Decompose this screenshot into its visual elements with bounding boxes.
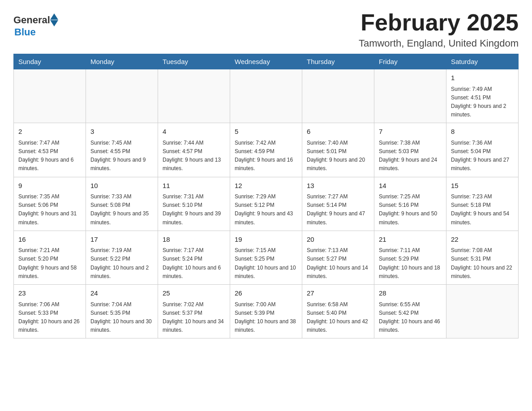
day-number: 9 bbox=[18, 181, 81, 191]
calendar-cell: 25Sunrise: 7:02 AM Sunset: 5:37 PM Dayli… bbox=[158, 285, 230, 338]
day-info: Sunrise: 7:31 AM Sunset: 5:10 PM Dayligh… bbox=[163, 193, 225, 227]
day-info: Sunrise: 7:00 AM Sunset: 5:39 PM Dayligh… bbox=[235, 300, 297, 335]
day-of-week-header: Friday bbox=[374, 54, 446, 69]
day-number: 12 bbox=[235, 181, 297, 191]
day-info: Sunrise: 7:17 AM Sunset: 5:24 PM Dayligh… bbox=[163, 246, 225, 281]
day-info: Sunrise: 7:11 AM Sunset: 5:29 PM Dayligh… bbox=[379, 246, 442, 281]
calendar-cell: 10Sunrise: 7:33 AM Sunset: 5:08 PM Dayli… bbox=[86, 177, 158, 231]
day-info: Sunrise: 7:23 AM Sunset: 5:18 PM Dayligh… bbox=[451, 193, 514, 227]
day-number: 14 bbox=[379, 181, 442, 191]
calendar-cell: 12Sunrise: 7:29 AM Sunset: 5:12 PM Dayli… bbox=[230, 177, 302, 231]
calendar-title: February 2025 bbox=[359, 9, 519, 36]
day-info: Sunrise: 7:25 AM Sunset: 5:16 PM Dayligh… bbox=[379, 193, 442, 227]
calendar-subtitle: Tamworth, England, United Kingdom bbox=[359, 38, 519, 49]
day-number: 26 bbox=[235, 288, 297, 299]
logo: General Blue bbox=[13, 13, 59, 38]
day-info: Sunrise: 7:38 AM Sunset: 5:03 PM Dayligh… bbox=[379, 139, 442, 173]
calendar-cell bbox=[446, 285, 519, 338]
page-header: General Blue February 2025 Tamworth, Eng… bbox=[13, 9, 519, 49]
calendar-cell bbox=[14, 69, 86, 123]
day-info: Sunrise: 7:08 AM Sunset: 5:31 PM Dayligh… bbox=[451, 246, 514, 281]
day-number: 25 bbox=[163, 288, 225, 299]
day-info: Sunrise: 7:06 AM Sunset: 5:33 PM Dayligh… bbox=[18, 300, 81, 335]
day-number: 16 bbox=[18, 235, 81, 245]
calendar-cell: 2Sunrise: 7:47 AM Sunset: 4:53 PM Daylig… bbox=[14, 123, 86, 177]
day-number: 20 bbox=[307, 235, 369, 245]
day-of-week-header: Sunday bbox=[14, 54, 86, 69]
day-number: 4 bbox=[163, 127, 225, 137]
calendar-cell: 1Sunrise: 7:49 AM Sunset: 4:51 PM Daylig… bbox=[446, 69, 519, 123]
day-of-week-header: Saturday bbox=[446, 54, 519, 69]
day-of-week-header: Wednesday bbox=[230, 54, 302, 69]
day-number: 27 bbox=[307, 288, 369, 299]
calendar-cell: 27Sunrise: 6:58 AM Sunset: 5:40 PM Dayli… bbox=[302, 285, 374, 338]
day-number: 2 bbox=[18, 127, 81, 137]
calendar-cell: 14Sunrise: 7:25 AM Sunset: 5:16 PM Dayli… bbox=[374, 177, 446, 231]
calendar-week-row: 9Sunrise: 7:35 AM Sunset: 5:06 PM Daylig… bbox=[14, 177, 519, 231]
day-number: 10 bbox=[90, 181, 153, 191]
day-info: Sunrise: 7:44 AM Sunset: 4:57 PM Dayligh… bbox=[163, 139, 225, 173]
calendar-cell: 8Sunrise: 7:36 AM Sunset: 5:04 PM Daylig… bbox=[446, 123, 519, 177]
calendar-header-row: SundayMondayTuesdayWednesdayThursdayFrid… bbox=[14, 54, 519, 69]
day-info: Sunrise: 7:19 AM Sunset: 5:22 PM Dayligh… bbox=[90, 246, 153, 281]
calendar-cell: 3Sunrise: 7:45 AM Sunset: 4:55 PM Daylig… bbox=[86, 123, 158, 177]
calendar-cell bbox=[302, 69, 374, 123]
day-info: Sunrise: 7:36 AM Sunset: 5:04 PM Dayligh… bbox=[451, 139, 514, 173]
day-info: Sunrise: 7:42 AM Sunset: 4:59 PM Dayligh… bbox=[235, 139, 297, 173]
day-of-week-header: Monday bbox=[86, 54, 158, 69]
day-info: Sunrise: 7:21 AM Sunset: 5:20 PM Dayligh… bbox=[18, 246, 81, 281]
day-number: 21 bbox=[379, 235, 442, 245]
calendar-cell: 11Sunrise: 7:31 AM Sunset: 5:10 PM Dayli… bbox=[158, 177, 230, 231]
day-of-week-header: Thursday bbox=[302, 54, 374, 69]
day-number: 18 bbox=[163, 235, 225, 245]
calendar-cell: 4Sunrise: 7:44 AM Sunset: 4:57 PM Daylig… bbox=[158, 123, 230, 177]
calendar-cell: 26Sunrise: 7:00 AM Sunset: 5:39 PM Dayli… bbox=[230, 285, 302, 338]
calendar-week-row: 23Sunrise: 7:06 AM Sunset: 5:33 PM Dayli… bbox=[14, 285, 519, 338]
calendar-cell: 21Sunrise: 7:11 AM Sunset: 5:29 PM Dayli… bbox=[374, 231, 446, 284]
calendar-cell: 24Sunrise: 7:04 AM Sunset: 5:35 PM Dayli… bbox=[86, 285, 158, 338]
day-number: 1 bbox=[451, 73, 514, 83]
calendar-table: SundayMondayTuesdayWednesdayThursdayFrid… bbox=[13, 54, 519, 338]
calendar-cell: 22Sunrise: 7:08 AM Sunset: 5:31 PM Dayli… bbox=[446, 231, 519, 284]
logo-general-text: General bbox=[13, 14, 50, 26]
calendar-cell bbox=[230, 69, 302, 123]
day-info: Sunrise: 7:29 AM Sunset: 5:12 PM Dayligh… bbox=[235, 193, 297, 227]
calendar-cell: 18Sunrise: 7:17 AM Sunset: 5:24 PM Dayli… bbox=[158, 231, 230, 284]
day-number: 15 bbox=[451, 181, 514, 191]
calendar-cell: 9Sunrise: 7:35 AM Sunset: 5:06 PM Daylig… bbox=[14, 177, 86, 231]
day-info: Sunrise: 6:58 AM Sunset: 5:40 PM Dayligh… bbox=[307, 300, 369, 335]
day-info: Sunrise: 7:15 AM Sunset: 5:25 PM Dayligh… bbox=[235, 246, 297, 281]
day-info: Sunrise: 7:49 AM Sunset: 4:51 PM Dayligh… bbox=[451, 85, 514, 120]
day-number: 11 bbox=[163, 181, 225, 191]
calendar-cell: 15Sunrise: 7:23 AM Sunset: 5:18 PM Dayli… bbox=[446, 177, 519, 231]
day-number: 22 bbox=[451, 235, 514, 245]
calendar-cell bbox=[374, 69, 446, 123]
day-number: 3 bbox=[90, 127, 153, 137]
day-info: Sunrise: 7:33 AM Sunset: 5:08 PM Dayligh… bbox=[90, 193, 153, 227]
calendar-cell: 6Sunrise: 7:40 AM Sunset: 5:01 PM Daylig… bbox=[302, 123, 374, 177]
title-block: February 2025 Tamworth, England, United … bbox=[359, 9, 519, 49]
calendar-week-row: 16Sunrise: 7:21 AM Sunset: 5:20 PM Dayli… bbox=[14, 231, 519, 284]
day-number: 28 bbox=[379, 288, 442, 299]
day-info: Sunrise: 7:40 AM Sunset: 5:01 PM Dayligh… bbox=[307, 139, 369, 173]
calendar-cell: 5Sunrise: 7:42 AM Sunset: 4:59 PM Daylig… bbox=[230, 123, 302, 177]
day-info: Sunrise: 7:02 AM Sunset: 5:37 PM Dayligh… bbox=[163, 300, 225, 335]
logo-blue-text: Blue bbox=[14, 26, 36, 38]
calendar-cell: 20Sunrise: 7:13 AM Sunset: 5:27 PM Dayli… bbox=[302, 231, 374, 284]
logo-icon bbox=[50, 13, 58, 26]
day-info: Sunrise: 6:55 AM Sunset: 5:42 PM Dayligh… bbox=[379, 300, 442, 335]
calendar-cell bbox=[86, 69, 158, 123]
day-number: 6 bbox=[307, 127, 369, 137]
calendar-cell: 19Sunrise: 7:15 AM Sunset: 5:25 PM Dayli… bbox=[230, 231, 302, 284]
day-info: Sunrise: 7:47 AM Sunset: 4:53 PM Dayligh… bbox=[18, 139, 81, 173]
day-info: Sunrise: 7:04 AM Sunset: 5:35 PM Dayligh… bbox=[90, 300, 153, 335]
day-info: Sunrise: 7:27 AM Sunset: 5:14 PM Dayligh… bbox=[307, 193, 369, 227]
day-info: Sunrise: 7:13 AM Sunset: 5:27 PM Dayligh… bbox=[307, 246, 369, 281]
day-number: 23 bbox=[18, 288, 81, 299]
calendar-cell bbox=[158, 69, 230, 123]
calendar-cell: 7Sunrise: 7:38 AM Sunset: 5:03 PM Daylig… bbox=[374, 123, 446, 177]
calendar-week-row: 1Sunrise: 7:49 AM Sunset: 4:51 PM Daylig… bbox=[14, 69, 519, 123]
calendar-cell: 17Sunrise: 7:19 AM Sunset: 5:22 PM Dayli… bbox=[86, 231, 158, 284]
day-number: 13 bbox=[307, 181, 369, 191]
day-of-week-header: Tuesday bbox=[158, 54, 230, 69]
